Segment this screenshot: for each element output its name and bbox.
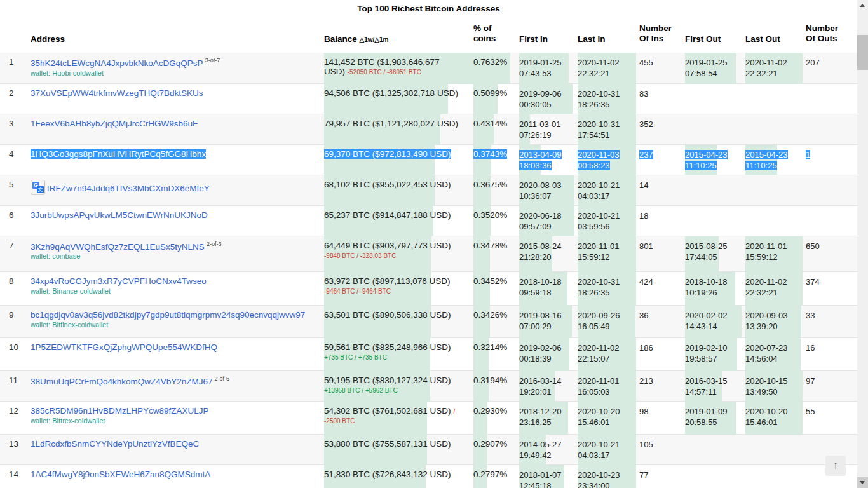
balance-cell: 54,302 BTC ($761,502,681 USD) / -2500 BT… [324, 401, 473, 434]
last-in-cell: 2020-10-21 03:59:56 [578, 205, 639, 236]
col-header-first-out: First Out [685, 18, 745, 53]
number-of-outs-cell: 1 [806, 144, 857, 175]
value-bar [519, 435, 546, 465]
last-in-cell: 2020-10-20 15:46:01 [578, 401, 639, 434]
balance-cell: 69,370 BTC ($972,813,490 USD) [324, 144, 473, 175]
rank-value: 1 [9, 57, 14, 67]
rank-cell: 9 [0, 305, 31, 337]
balance-value: 69,370 BTC ($972,813,490 USD) [324, 149, 451, 159]
address-link[interactable]: 1P5ZEDWTKTFGxQjZphgWPQUpe554WKDfHQ [31, 342, 217, 352]
number-of-ins-cell: 83 [639, 83, 685, 114]
col-header-balance-label: Balance [324, 34, 357, 44]
address-cell: 1FeexV6bAHb8ybZjqQMjJrcCrHGW9sb6uF [31, 114, 324, 144]
rank-cell: 14 [0, 464, 31, 488]
value-bar [745, 371, 803, 402]
number-of-ins-value: 801 [639, 241, 653, 251]
value-bar [578, 371, 636, 402]
value-bar [519, 206, 574, 236]
first-out-cell [685, 205, 745, 236]
rank-value: 6 [9, 210, 14, 220]
address-link[interactable]: 1LdRcdxfbSnmCYYNdeYpUnztiYzVfBEQeC [31, 439, 199, 449]
address-link[interactable]: 3JurbUwpsAPqvUkwLM5CtwnEWrNnUKJNoD [31, 210, 208, 220]
scrollbar-down-arrow-icon[interactable] [857, 477, 868, 488]
wallet-link[interactable]: wallet: Huobi-coldwallet [31, 69, 320, 77]
balance-cell: 51,830 BTC ($726,843,132 USD) [324, 464, 473, 488]
address-link[interactable]: 3Kzh9qAqVWQhEsfQz7zEQL1EuSx5tyNLNS [31, 241, 205, 251]
last-in-cell: 2020-10-31 17:54:51 [578, 114, 639, 144]
number-of-outs-cell [806, 114, 857, 144]
address-line: 1FeexV6bAHb8ybZjqQMjJrcCrHGW9sb6uF [31, 119, 320, 128]
last-out-cell [745, 205, 806, 236]
first-in-cell: 2019-01-25 07:43:53 [519, 53, 578, 83]
wallet-link[interactable]: wallet: coinbase [31, 252, 320, 260]
number-of-outs-value: 650 [806, 241, 820, 251]
last-out-cell [745, 114, 806, 144]
first-out-cell [685, 434, 745, 464]
google-translate-icon[interactable]: G文 [31, 180, 45, 194]
number-of-ins-value: 98 [639, 407, 648, 416]
col-header-number-of-outs: Number Of Outs [806, 18, 857, 53]
last-in-cell: 2020-11-02 22:15:07 [578, 337, 639, 370]
multisig-badge: 3-of-7 [205, 57, 220, 64]
number-of-outs-cell: 16 [806, 337, 857, 370]
value-bar [519, 84, 573, 114]
last-out-cell [745, 434, 806, 464]
value-bar [745, 145, 777, 175]
last-in-cell: 2020-09-26 16:05:49 [578, 305, 639, 337]
address-link[interactable]: 37XuVSEpWW4trkfmvWzegTHQt7BdktSKUs [31, 88, 203, 98]
col-header-number-of-ins: Number Of Ins [639, 18, 685, 53]
wallet-link[interactable]: wallet: Binance-coldwallet [31, 287, 320, 295]
pct-of-coins-cell: 0.2907% [473, 434, 519, 464]
value-bar [685, 371, 722, 402]
number-of-ins-value: 352 [639, 119, 653, 129]
address-link[interactable]: 1HQ3Go3ggs8pFnXuHVHRytPCq5fGG8Hbhx [31, 149, 206, 159]
vertical-scrollbar[interactable] [857, 0, 868, 488]
page-title: Top 100 Richest Bitcoin Addresses [0, 0, 857, 18]
last-out-cell: 2020-11-02 22:32:21 [745, 53, 806, 83]
number-of-outs-cell: 33 [806, 305, 857, 337]
number-of-ins-cell: 455 [639, 53, 685, 83]
first-in-cell: 2020-06-18 09:57:09 [519, 205, 578, 236]
col-header-first-out-label: First Out [685, 34, 721, 44]
address-cell: 35hK24tcLEWcgNA4JxpvbkNkoAcDGqQPsP3-of-7… [31, 53, 324, 83]
address-link[interactable]: 34xp4vRoCGJym3xR7yCVPFHoCNxv4Twseo [31, 276, 207, 286]
pct-of-coins-cell: 0.5099% [473, 83, 519, 114]
wallet-link[interactable]: wallet: Bitfinex-coldwallet [31, 321, 320, 329]
number-of-ins-cell: 801 [639, 236, 685, 271]
pct-of-coins-cell: 0.3452% [473, 271, 519, 305]
scrollbar-thumb[interactable] [857, 35, 868, 70]
number-of-ins-cell: 424 [639, 271, 685, 305]
address-link[interactable]: 35hK24tcLEWcgNA4JxpvbkNkoAcDGqQPsP [31, 58, 203, 68]
col-header-last-in-label: Last In [578, 34, 606, 44]
multisig-badge: 2-of-3 [207, 241, 222, 247]
pct-of-coins-cell: 0.3426% [473, 305, 519, 337]
address-cell: 3Kzh9qAqVWQhEsfQz7zEQL1EuSx5tyNLNS2-of-3… [31, 236, 324, 271]
address-link[interactable]: 385cR5DM96n1HvBDMzLHPYcw89fZAXULJP [31, 406, 209, 416]
wallet-link[interactable]: wallet: Bittrex-coldwallet [31, 417, 320, 424]
first-in-cell: 2011-03-01 07:26:19 [519, 114, 578, 144]
address-link[interactable]: 1FeexV6bAHb8ybZjqQMjJrcCrHGW9sb6uF [31, 119, 198, 128]
scrollbar-up-arrow-icon[interactable] [857, 0, 868, 11]
value-bar [519, 371, 555, 402]
table-row: 834xp4vRoCGJym3xR7yCVPFHoCNxv4Twseowalle… [0, 271, 857, 305]
first-out-cell [685, 464, 745, 488]
rank-cell: 11 [0, 370, 31, 401]
balance-cell: 68,102 BTC ($955,022,453 USD) [324, 175, 473, 205]
address-line: 1LdRcdxfbSnmCYYNdeYpUnztiYzVfBEQeC [31, 439, 320, 449]
address-cell: 1AC4fMwgY8j9onSbXEWeH6Zan8QGMSdmtA [31, 464, 324, 488]
rank-value: 9 [9, 310, 14, 320]
address-link[interactable]: 1AC4fMwgY8j9onSbXEWeH6Zan8QGMSdmtA [31, 470, 210, 479]
address-link[interactable]: 38UmuUqPCrFmQo4khkomQwZ4VbY2nZMJ67 [31, 376, 213, 386]
balance-value: 94,506 BTC ($1,325,302,718 USD) [324, 88, 458, 98]
number-of-outs-cell: 207 [806, 53, 857, 83]
balance-value: 65,237 BTC ($914,847,188 USD) [324, 210, 451, 220]
pct-of-coins-cell: 0.3743% [473, 144, 519, 175]
address-link[interactable]: tRFZw7n94Jddq6TfVs3MbCXmDX6eMfeY [47, 184, 210, 193]
number-of-outs-value: 374 [806, 277, 820, 287]
address-cell: 1HQ3Go3ggs8pFnXuHVHRytPCq5fGG8Hbhx [31, 144, 324, 175]
table-row: 1138UmuUqPCrFmQo4khkomQwZ4VbY2nZMJ672-of… [0, 370, 857, 401]
address-link[interactable]: bc1qgdjqv0av3q56jvd82tkdjpy7gdp9ut8tlqmg… [31, 310, 305, 320]
balance-cell: 94,506 BTC ($1,325,302,718 USD) [324, 83, 473, 114]
balance-value: 53,880 BTC ($755,587,131 USD) [324, 439, 451, 449]
scroll-to-top-button[interactable]: ↑ [825, 456, 846, 476]
